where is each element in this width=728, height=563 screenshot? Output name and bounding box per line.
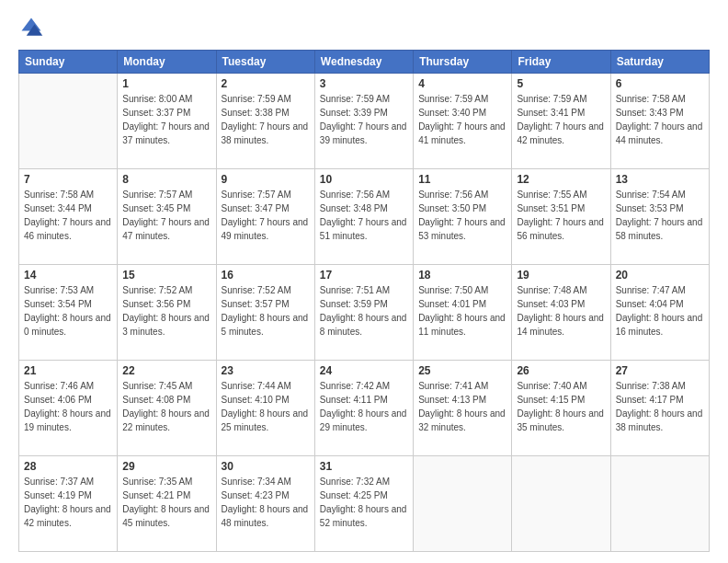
day-number: 4 (418, 77, 506, 90)
day-info: Sunrise: 7:47 AMSunset: 4:04 PMDaylight:… (616, 283, 704, 339)
day-number: 14 (24, 269, 112, 282)
day-cell: 15Sunrise: 7:52 AMSunset: 3:56 PMDayligh… (118, 265, 216, 361)
day-cell: 30Sunrise: 7:34 AMSunset: 4:23 PMDayligh… (216, 456, 314, 552)
day-number: 15 (122, 269, 210, 282)
col-header-thursday: Thursday (414, 51, 512, 74)
day-number: 8 (122, 173, 210, 186)
day-number: 20 (616, 269, 704, 282)
day-cell: 1Sunrise: 8:00 AMSunset: 3:37 PMDaylight… (118, 74, 216, 169)
day-cell: 19Sunrise: 7:48 AMSunset: 4:03 PMDayligh… (512, 265, 610, 361)
day-number: 1 (122, 77, 210, 90)
day-info: Sunrise: 7:45 AMSunset: 4:08 PMDaylight:… (122, 379, 210, 434)
day-number: 3 (320, 77, 408, 90)
day-info: Sunrise: 7:58 AMSunset: 3:43 PMDaylight:… (616, 92, 704, 147)
day-cell: 26Sunrise: 7:40 AMSunset: 4:15 PMDayligh… (512, 361, 610, 456)
day-number: 23 (222, 364, 310, 377)
day-info: Sunrise: 7:59 AMSunset: 3:39 PMDaylight:… (320, 92, 408, 147)
col-header-sunday: Sunday (19, 51, 118, 74)
day-cell: 20Sunrise: 7:47 AMSunset: 4:04 PMDayligh… (610, 265, 709, 361)
day-info: Sunrise: 7:58 AMSunset: 3:44 PMDaylight:… (24, 188, 112, 243)
day-info: Sunrise: 7:52 AMSunset: 3:57 PMDaylight:… (222, 283, 310, 339)
day-info: Sunrise: 7:55 AMSunset: 3:51 PMDaylight:… (517, 188, 605, 243)
day-cell: 8Sunrise: 7:57 AMSunset: 3:45 PMDaylight… (118, 169, 216, 265)
day-info: Sunrise: 7:59 AMSunset: 3:41 PMDaylight:… (517, 92, 605, 147)
day-info: Sunrise: 7:44 AMSunset: 4:10 PMDaylight:… (222, 379, 310, 434)
day-cell: 11Sunrise: 7:56 AMSunset: 3:50 PMDayligh… (414, 169, 512, 265)
day-cell: 9Sunrise: 7:57 AMSunset: 3:47 PMDaylight… (216, 169, 314, 265)
day-cell: 3Sunrise: 7:59 AMSunset: 3:39 PMDaylight… (314, 74, 413, 169)
day-cell: 27Sunrise: 7:38 AMSunset: 4:17 PMDayligh… (610, 361, 709, 456)
col-header-tuesday: Tuesday (216, 51, 314, 74)
day-info: Sunrise: 7:57 AMSunset: 3:45 PMDaylight:… (122, 188, 210, 243)
day-cell: 14Sunrise: 7:53 AMSunset: 3:54 PMDayligh… (19, 265, 118, 361)
day-number: 19 (517, 269, 605, 282)
header-row: SundayMondayTuesdayWednesdayThursdayFrid… (19, 51, 710, 74)
day-number: 2 (222, 77, 310, 90)
week-row-0: 1Sunrise: 8:00 AMSunset: 3:37 PMDaylight… (19, 74, 710, 169)
day-number: 25 (418, 364, 506, 377)
day-cell: 13Sunrise: 7:54 AMSunset: 3:53 PMDayligh… (610, 169, 709, 265)
day-cell: 4Sunrise: 7:59 AMSunset: 3:40 PMDaylight… (414, 74, 512, 169)
day-number: 30 (222, 460, 310, 473)
day-info: Sunrise: 7:56 AMSunset: 3:50 PMDaylight:… (418, 188, 506, 243)
day-info: Sunrise: 7:52 AMSunset: 3:56 PMDaylight:… (122, 283, 210, 339)
col-header-friday: Friday (512, 51, 610, 74)
day-cell (512, 456, 610, 552)
day-number: 29 (122, 460, 210, 473)
week-row-3: 21Sunrise: 7:46 AMSunset: 4:06 PMDayligh… (19, 361, 710, 456)
day-info: Sunrise: 7:51 AMSunset: 3:59 PMDaylight:… (320, 283, 408, 339)
day-cell (414, 456, 512, 552)
logo-icon (18, 15, 44, 40)
day-number: 9 (222, 173, 310, 186)
day-cell: 17Sunrise: 7:51 AMSunset: 3:59 PMDayligh… (314, 265, 413, 361)
day-info: Sunrise: 7:41 AMSunset: 4:13 PMDaylight:… (418, 379, 506, 434)
day-number: 27 (616, 364, 704, 377)
col-header-saturday: Saturday (610, 51, 709, 74)
day-cell: 12Sunrise: 7:55 AMSunset: 3:51 PMDayligh… (512, 169, 610, 265)
day-cell: 6Sunrise: 7:58 AMSunset: 3:43 PMDaylight… (610, 74, 709, 169)
day-cell: 28Sunrise: 7:37 AMSunset: 4:19 PMDayligh… (19, 456, 118, 552)
day-info: Sunrise: 7:59 AMSunset: 3:40 PMDaylight:… (418, 92, 506, 147)
day-info: Sunrise: 7:48 AMSunset: 4:03 PMDaylight:… (517, 283, 605, 339)
day-cell: 21Sunrise: 7:46 AMSunset: 4:06 PMDayligh… (19, 361, 118, 456)
page: SundayMondayTuesdayWednesdayThursdayFrid… (0, 0, 728, 563)
day-cell: 16Sunrise: 7:52 AMSunset: 3:57 PMDayligh… (216, 265, 314, 361)
header (18, 15, 710, 40)
day-info: Sunrise: 8:00 AMSunset: 3:37 PMDaylight:… (122, 92, 210, 147)
day-cell: 29Sunrise: 7:35 AMSunset: 4:21 PMDayligh… (118, 456, 216, 552)
day-info: Sunrise: 7:32 AMSunset: 4:25 PMDaylight:… (320, 475, 408, 530)
day-info: Sunrise: 7:53 AMSunset: 3:54 PMDaylight:… (24, 283, 112, 339)
day-info: Sunrise: 7:54 AMSunset: 3:53 PMDaylight:… (616, 188, 704, 243)
day-cell: 23Sunrise: 7:44 AMSunset: 4:10 PMDayligh… (216, 361, 314, 456)
week-row-2: 14Sunrise: 7:53 AMSunset: 3:54 PMDayligh… (19, 265, 710, 361)
logo (18, 15, 48, 40)
day-cell: 18Sunrise: 7:50 AMSunset: 4:01 PMDayligh… (414, 265, 512, 361)
calendar-table: SundayMondayTuesdayWednesdayThursdayFrid… (18, 50, 710, 552)
day-number: 17 (320, 269, 408, 282)
day-number: 7 (24, 173, 112, 186)
col-header-monday: Monday (118, 51, 216, 74)
day-cell: 25Sunrise: 7:41 AMSunset: 4:13 PMDayligh… (414, 361, 512, 456)
day-cell: 31Sunrise: 7:32 AMSunset: 4:25 PMDayligh… (314, 456, 413, 552)
day-number: 10 (320, 173, 408, 186)
day-cell: 7Sunrise: 7:58 AMSunset: 3:44 PMDaylight… (19, 169, 118, 265)
day-cell: 5Sunrise: 7:59 AMSunset: 3:41 PMDaylight… (512, 74, 610, 169)
day-info: Sunrise: 7:40 AMSunset: 4:15 PMDaylight:… (517, 379, 605, 434)
day-info: Sunrise: 7:57 AMSunset: 3:47 PMDaylight:… (222, 188, 310, 243)
day-number: 6 (616, 77, 704, 90)
day-number: 21 (24, 364, 112, 377)
day-cell: 22Sunrise: 7:45 AMSunset: 4:08 PMDayligh… (118, 361, 216, 456)
day-info: Sunrise: 7:56 AMSunset: 3:48 PMDaylight:… (320, 188, 408, 243)
col-header-wednesday: Wednesday (314, 51, 413, 74)
day-cell: 10Sunrise: 7:56 AMSunset: 3:48 PMDayligh… (314, 169, 413, 265)
day-number: 24 (320, 364, 408, 377)
day-number: 31 (320, 460, 408, 473)
day-number: 13 (616, 173, 704, 186)
day-info: Sunrise: 7:35 AMSunset: 4:21 PMDaylight:… (122, 475, 210, 530)
day-info: Sunrise: 7:46 AMSunset: 4:06 PMDaylight:… (24, 379, 112, 434)
day-info: Sunrise: 7:38 AMSunset: 4:17 PMDaylight:… (616, 379, 704, 434)
day-number: 16 (222, 269, 310, 282)
day-number: 18 (418, 269, 506, 282)
day-cell: 2Sunrise: 7:59 AMSunset: 3:38 PMDaylight… (216, 74, 314, 169)
day-info: Sunrise: 7:37 AMSunset: 4:19 PMDaylight:… (24, 475, 112, 530)
